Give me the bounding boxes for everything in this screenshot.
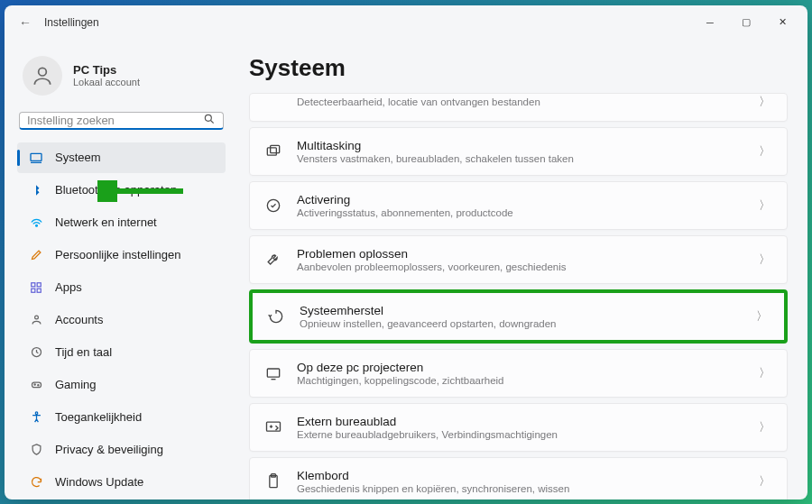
sidebar-item-label: Gaming bbox=[55, 378, 97, 391]
minimize-button[interactable]: ─ bbox=[692, 8, 728, 37]
card-title: Klembord bbox=[297, 469, 743, 482]
card-sub: Opnieuw instellen, geavanceerd opstarten… bbox=[300, 318, 740, 329]
card-title: Op deze pc projecteren bbox=[297, 361, 743, 374]
accessibility-icon bbox=[28, 410, 44, 424]
svg-rect-8 bbox=[32, 289, 35, 292]
sidebar-item-persoonlijk[interactable]: Persoonlijke instellingen bbox=[17, 240, 226, 270]
sidebar-item-label: Systeem bbox=[55, 151, 101, 164]
card-nearby-share[interactable]: Detecteerbaarheid, locatie van ontvangen… bbox=[249, 93, 788, 122]
sidebar-item-gaming[interactable]: Gaming bbox=[17, 370, 226, 400]
svg-point-14 bbox=[37, 385, 38, 386]
search-box[interactable] bbox=[19, 112, 224, 130]
search-input[interactable] bbox=[27, 114, 203, 127]
card-projecteren[interactable]: Op deze pc projecteren Machtigingen, kop… bbox=[249, 349, 788, 398]
chevron-right-icon: 〉 bbox=[755, 365, 774, 381]
card-multitasking[interactable]: Multitasking Vensters vastmaken, bureaub… bbox=[249, 127, 788, 176]
personalize-icon bbox=[28, 248, 44, 261]
user-name: PC Tips bbox=[73, 63, 140, 77]
svg-rect-12 bbox=[32, 382, 41, 388]
card-sub: Externe bureaubladgebruikers, Verbinding… bbox=[297, 429, 743, 440]
card-text: Problemen oplossen Aanbevolen probleemop… bbox=[297, 247, 743, 272]
gaming-icon bbox=[28, 378, 44, 391]
app-title: Instellingen bbox=[44, 16, 99, 29]
sidebar-item-apps[interactable]: Apps bbox=[17, 272, 226, 303]
card-text: Detecteerbaarheid, locatie van ontvangen… bbox=[297, 96, 743, 107]
svg-rect-19 bbox=[267, 369, 279, 377]
sidebar-item-label: Toegankelijkheid bbox=[55, 410, 142, 424]
card-text: Klembord Geschiedenis knippen en kopiëre… bbox=[297, 469, 743, 494]
svg-point-0 bbox=[39, 68, 47, 76]
content-area: Systeem Detecteerbaarheid, locatie van o… bbox=[235, 40, 807, 499]
sidebar-item-privacy[interactable]: Privacy & beveiliging bbox=[17, 435, 226, 465]
chevron-right-icon: 〉 bbox=[752, 308, 771, 325]
svg-rect-3 bbox=[31, 153, 42, 160]
chevron-right-icon: 〉 bbox=[755, 197, 774, 214]
card-text: Multitasking Vensters vastmaken, bureaub… bbox=[297, 139, 743, 164]
svg-rect-16 bbox=[267, 147, 276, 154]
sidebar-item-bluetooth[interactable]: Bluetooth en apparaten bbox=[17, 175, 226, 206]
project-icon bbox=[263, 364, 284, 382]
user-subtitle: Lokaal account bbox=[73, 77, 140, 87]
network-icon bbox=[28, 215, 44, 229]
svg-rect-6 bbox=[32, 282, 35, 286]
person-icon bbox=[31, 64, 54, 87]
svg-rect-9 bbox=[37, 289, 41, 292]
sidebar-item-tijd[interactable]: Tijd en taal bbox=[17, 337, 226, 368]
card-klembord[interactable]: Klembord Geschiedenis knippen en kopiëre… bbox=[249, 457, 788, 499]
chevron-right-icon: 〉 bbox=[755, 252, 774, 268]
apps-icon bbox=[28, 281, 44, 294]
card-title: Problemen oplossen bbox=[297, 247, 743, 261]
nav: Systeem Bluetooth en apparaten Netwerk e… bbox=[17, 142, 226, 498]
sidebar-item-label: Bluetooth en apparaten bbox=[55, 183, 177, 197]
sidebar-item-label: Privacy & beveiliging bbox=[55, 443, 163, 456]
card-activering[interactable]: Activering Activeringsstatus, abonnement… bbox=[249, 181, 788, 230]
settings-window: ← Instellingen ─ ▢ ✕ PC Tips Lokaal acco… bbox=[5, 5, 807, 499]
card-extern-bureaublad[interactable]: Extern bureaublad Externe bureaubladgebr… bbox=[249, 403, 788, 452]
sidebar-item-toegankelijkheid[interactable]: Toegankelijkheid bbox=[17, 402, 226, 433]
svg-point-10 bbox=[34, 316, 38, 319]
user-text: PC Tips Lokaal account bbox=[73, 63, 140, 87]
user-block[interactable]: PC Tips Lokaal account bbox=[17, 49, 226, 108]
back-button[interactable]: ← bbox=[12, 15, 39, 30]
privacy-icon bbox=[28, 443, 44, 456]
time-icon bbox=[28, 345, 44, 359]
troubleshoot-icon bbox=[263, 251, 284, 269]
sidebar-item-accounts[interactable]: Accounts bbox=[17, 305, 226, 335]
card-text: Extern bureaublad Externe bureaubladgebr… bbox=[297, 415, 743, 440]
multitasking-icon bbox=[263, 142, 284, 160]
sidebar-item-label: Netwerk en internet bbox=[55, 215, 157, 229]
chevron-right-icon: 〉 bbox=[755, 143, 774, 160]
search-icon bbox=[203, 113, 216, 128]
maximize-button[interactable]: ▢ bbox=[728, 8, 764, 37]
accounts-icon bbox=[28, 313, 44, 326]
recovery-icon bbox=[265, 307, 287, 325]
svg-point-15 bbox=[35, 412, 38, 415]
sidebar-item-label: Accounts bbox=[55, 313, 103, 326]
svg-point-1 bbox=[205, 115, 211, 121]
card-sub: Activeringsstatus, abonnementen, product… bbox=[297, 207, 743, 218]
card-systeemherstel[interactable]: Systeemherstel Opnieuw instellen, geavan… bbox=[249, 289, 788, 344]
body: PC Tips Lokaal account Systeem bbox=[5, 40, 807, 499]
chevron-right-icon: 〉 bbox=[755, 473, 774, 490]
activation-icon bbox=[263, 197, 284, 215]
sidebar-item-systeem[interactable]: Systeem bbox=[17, 142, 226, 173]
close-button[interactable]: ✕ bbox=[764, 8, 800, 37]
card-problemen[interactable]: Problemen oplossen Aanbevolen probleemop… bbox=[249, 235, 788, 284]
sidebar-item-netwerk[interactable]: Netwerk en internet bbox=[17, 207, 226, 238]
card-sub: Machtigingen, koppelingscode, zichtbaarh… bbox=[297, 375, 743, 386]
sidebar-item-label: Tijd en taal bbox=[55, 345, 112, 359]
card-sub: Geschiedenis knippen en kopiëren, synchr… bbox=[297, 483, 743, 494]
window-controls: ─ ▢ ✕ bbox=[692, 8, 800, 37]
sidebar-item-label: Windows Update bbox=[55, 475, 143, 489]
page-title: Systeem bbox=[249, 54, 788, 82]
card-sub: Detecteerbaarheid, locatie van ontvangen… bbox=[297, 96, 743, 107]
card-text: Systeemherstel Opnieuw instellen, geavan… bbox=[300, 304, 740, 329]
clipboard-icon bbox=[263, 472, 284, 490]
card-title: Systeemherstel bbox=[300, 304, 740, 317]
card-text: Activering Activeringsstatus, abonnement… bbox=[297, 193, 743, 218]
svg-rect-7 bbox=[37, 282, 41, 286]
avatar bbox=[23, 56, 62, 96]
chevron-right-icon: 〉 bbox=[755, 94, 774, 110]
sidebar-item-windowsupdate[interactable]: Windows Update bbox=[17, 467, 226, 498]
bluetooth-icon bbox=[28, 184, 44, 197]
